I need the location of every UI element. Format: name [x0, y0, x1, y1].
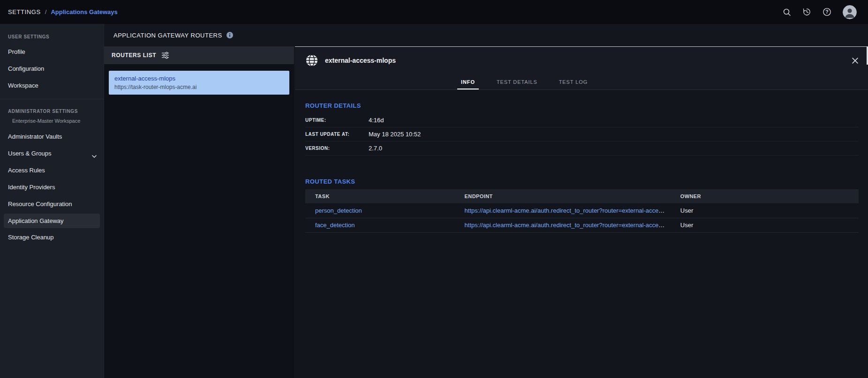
admin-settings-label: ADMINISTRATOR SETTINGS	[0, 104, 104, 118]
detail-label: VERSION:	[305, 146, 369, 151]
routed-tasks-table: TASK ENDPOINT OWNER person_detection htt…	[305, 189, 859, 233]
info-icon[interactable]	[226, 32, 233, 38]
help-icon[interactable]: ?	[823, 7, 831, 16]
router-list-item[interactable]: external-access-mlops https://task-route…	[109, 71, 289, 95]
sidebar-item-application-gateway[interactable]: Application Gateway	[4, 214, 100, 228]
breadcrumb: SETTINGS / Applications Gateways	[8, 8, 118, 15]
table-header-row: TASK ENDPOINT OWNER	[305, 189, 859, 203]
routers-list-panel: ROUTERS LIST external-access-mlops https…	[104, 46, 294, 378]
endpoint-link[interactable]: https://api.clearml-acme.ai/auth.redirec…	[465, 222, 671, 229]
details-header: external-access-mlops	[295, 47, 868, 74]
topbar: SETTINGS / Applications Gateways ?	[0, 0, 868, 24]
router-details-section: ROUTER DETAILS UPTIME: 4:16d LAST UPDATE…	[305, 102, 859, 156]
routed-tasks-section: ROUTED TASKS TASK ENDPOINT OWNER	[305, 178, 859, 233]
tab-test-details[interactable]: TEST DETAILS	[496, 74, 538, 89]
column-header-owner: OWNER	[671, 189, 859, 203]
panels-row: ROUTERS LIST external-access-mlops https…	[104, 46, 868, 378]
routers-list-header: ROUTERS LIST	[104, 46, 294, 64]
details-title: external-access-mlops	[325, 57, 396, 64]
sidebar-divider	[0, 99, 104, 99]
globe-icon	[305, 54, 318, 67]
detail-value: 2.7.0	[369, 145, 382, 152]
sidebar-item-access-rules[interactable]: Access Rules	[0, 162, 104, 179]
main-content: APPLICATION GATEWAY ROUTERS ROUTERS LIST…	[104, 24, 868, 378]
sidebar-item-resource-configuration[interactable]: Resource Configuration	[0, 196, 104, 213]
task-link[interactable]: person_detection	[315, 207, 362, 214]
detail-value: 4:16d	[369, 117, 384, 124]
detail-row-version: VERSION: 2.7.0	[305, 141, 859, 156]
sidebar-item-profile[interactable]: Profile	[0, 44, 104, 60]
router-details-heading: ROUTER DETAILS	[305, 102, 859, 109]
owner-value: User	[671, 203, 859, 218]
router-url: https://task-router-mlops-acme.ai	[114, 84, 284, 90]
detail-row-uptime: UPTIME: 4:16d	[305, 113, 859, 127]
close-icon[interactable]	[852, 57, 859, 64]
sidebar-item-storage-cleanup[interactable]: Storage Cleanup	[0, 229, 104, 246]
sidebar-item-users-groups[interactable]: Users & Groups	[0, 145, 104, 162]
detail-label: UPTIME:	[305, 118, 369, 123]
tab-info[interactable]: INFO	[460, 74, 476, 89]
user-avatar[interactable]	[843, 5, 857, 19]
column-header-task: TASK	[305, 189, 455, 203]
sidebar-item-label: Users & Groups	[8, 150, 51, 157]
table-row: face_detection https://api.clearml-acme.…	[305, 218, 859, 232]
endpoint-link[interactable]: https://api.clearml-acme.ai/auth.redirec…	[465, 207, 671, 214]
history-icon[interactable]	[802, 7, 811, 16]
detail-label: LAST UPDATE AT:	[305, 132, 369, 137]
routers-list-body: external-access-mlops https://task-route…	[104, 64, 294, 378]
details-tabs: INFO TEST DETAILS TEST LOG	[295, 74, 868, 90]
enterprise-workspace-label: Enterprise-Master Workspace	[0, 118, 104, 128]
filter-icon[interactable]	[161, 52, 169, 59]
routers-list-title: ROUTERS LIST	[112, 52, 156, 59]
settings-sidebar: USER SETTINGS Profile Configuration Work…	[0, 24, 104, 378]
sidebar-item-administrator-vaults[interactable]: Administrator Vaults	[0, 128, 104, 145]
topbar-icons: ?	[783, 5, 857, 19]
breadcrumb-page: Applications Gateways	[51, 8, 117, 15]
page-header: APPLICATION GATEWAY ROUTERS	[104, 24, 868, 46]
sidebar-item-workspace[interactable]: Workspace	[0, 77, 104, 94]
routed-tasks-heading: ROUTED TASKS	[305, 178, 859, 185]
page-title: APPLICATION GATEWAY ROUTERS	[113, 32, 222, 39]
task-link[interactable]: face_detection	[315, 222, 355, 229]
router-details-panel: external-access-mlops INFO TEST DETAILS …	[295, 46, 868, 378]
sidebar-item-identity-providers[interactable]: Identity Providers	[0, 179, 104, 196]
tab-test-log[interactable]: TEST LOG	[558, 74, 589, 89]
details-content: ROUTER DETAILS UPTIME: 4:16d LAST UPDATE…	[295, 90, 868, 378]
detail-row-last-update: LAST UPDATE AT: May 18 2025 10:52	[305, 127, 859, 141]
svg-text:?: ?	[825, 9, 828, 15]
router-name: external-access-mlops	[114, 75, 284, 82]
app-body: USER SETTINGS Profile Configuration Work…	[0, 24, 868, 378]
breadcrumb-separator: /	[45, 8, 47, 15]
detail-value: May 18 2025 10:52	[369, 131, 421, 138]
breadcrumb-settings[interactable]: SETTINGS	[8, 8, 41, 15]
search-icon[interactable]	[783, 8, 791, 16]
user-settings-label: USER SETTINGS	[0, 30, 104, 44]
table-row: person_detection https://api.clearml-acm…	[305, 203, 859, 218]
sidebar-item-configuration[interactable]: Configuration	[0, 60, 104, 77]
owner-value: User	[671, 218, 859, 232]
column-header-endpoint: ENDPOINT	[455, 189, 671, 203]
